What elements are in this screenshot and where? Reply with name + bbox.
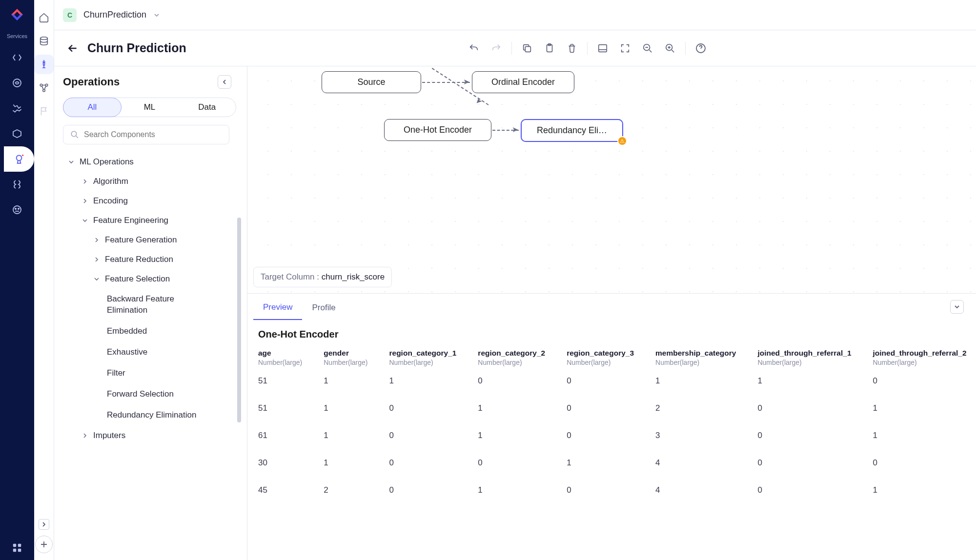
arrow-icon: ➤ <box>463 77 469 86</box>
node-redundancy[interactable]: Redundancy Eli…⚠ <box>521 119 623 142</box>
tree-ml-operations[interactable]: ML Operations <box>63 152 238 172</box>
column-header[interactable]: region_category_3Number(large) <box>556 345 645 367</box>
svg-point-4 <box>13 206 21 214</box>
column-header[interactable]: genderNumber(large) <box>313 345 378 367</box>
arrow-icon: ➤ <box>512 125 518 134</box>
page-title: Churn Prediction <box>87 41 186 55</box>
search-input-wrapper[interactable] <box>63 125 229 144</box>
vnav-flag[interactable] <box>34 101 54 121</box>
copy-icon[interactable] <box>520 41 534 56</box>
tree-feature-generation[interactable]: Feature Generation <box>63 230 238 250</box>
fullscreen-icon[interactable] <box>618 41 632 56</box>
rail-item-5-active[interactable] <box>4 146 34 172</box>
target-column-chip: Target Column : churn_risk_score <box>253 267 392 287</box>
tree-filter[interactable]: Filter <box>63 363 214 384</box>
top-bar: C ChurnPrediction Deploy to Production <box>54 0 976 30</box>
node-ordinal[interactable]: Ordinal Encoder <box>472 71 574 93</box>
project-badge: C <box>63 8 77 22</box>
svg-point-13 <box>45 84 48 86</box>
svg-point-11 <box>41 37 48 40</box>
segment-data[interactable]: Data <box>178 98 236 117</box>
rail-grid-icon[interactable] <box>12 542 22 553</box>
title-row: Churn Prediction Save Save & Close E <box>54 30 976 66</box>
vnav-add-button[interactable] <box>35 536 53 553</box>
svg-point-5 <box>15 208 16 209</box>
svg-rect-9 <box>13 549 16 552</box>
svg-rect-10 <box>18 549 21 552</box>
vnav-home[interactable] <box>34 8 54 27</box>
rail-item-3[interactable] <box>4 96 30 121</box>
column-header[interactable]: ageNumber(large) <box>247 345 313 367</box>
preview-table[interactable]: ageNumber(large)genderNumber(large)regio… <box>247 345 976 560</box>
node-source[interactable]: Source <box>322 71 421 93</box>
rail-item-2[interactable] <box>4 70 30 96</box>
project-dropdown-icon[interactable] <box>153 12 160 19</box>
table-row: 511010201 <box>247 395 976 422</box>
warning-badge-icon: ⚠ <box>617 136 627 146</box>
tree-feature-selection[interactable]: Feature Selection <box>63 269 238 289</box>
delete-icon[interactable] <box>565 41 579 56</box>
segment-ml[interactable]: ML <box>121 98 179 117</box>
svg-point-25 <box>71 131 77 137</box>
svg-rect-8 <box>18 544 21 547</box>
tree-forward[interactable]: Forward Selection <box>63 384 214 405</box>
node-onehot[interactable]: One-Hot Encoder <box>384 119 491 141</box>
redo-icon[interactable] <box>489 41 504 56</box>
brand-logo <box>8 6 26 23</box>
tree-algorithm[interactable]: Algorithm <box>63 172 238 191</box>
vnav-data[interactable] <box>34 31 54 51</box>
search-input[interactable] <box>84 130 222 139</box>
project-name[interactable]: ChurnPrediction <box>83 10 146 20</box>
svg-point-12 <box>40 84 42 86</box>
table-row: 301001400 <box>247 449 976 477</box>
tree-redundancy[interactable]: Redundancy Elimination <box>63 405 214 426</box>
vnav-graph[interactable] <box>34 78 54 98</box>
zoom-out-icon[interactable] <box>640 41 655 56</box>
tree-exhaustive[interactable]: Exhaustive <box>63 342 214 363</box>
undo-icon[interactable] <box>467 41 481 56</box>
svg-point-6 <box>18 208 19 209</box>
tree-embedded[interactable]: Embedded <box>63 321 214 342</box>
svg-rect-18 <box>525 46 530 52</box>
app-rail: Services <box>0 0 34 560</box>
tree-feature-engineering[interactable]: Feature Engineering <box>63 211 238 230</box>
info-icon[interactable] <box>693 41 708 56</box>
expand-preview-button[interactable] <box>950 300 964 314</box>
ops-scrollbar[interactable] <box>237 154 241 560</box>
svg-marker-1 <box>13 130 21 138</box>
column-header[interactable]: joined_through_referral_2Number(large) <box>862 345 976 367</box>
svg-point-2 <box>17 155 22 160</box>
table-row: 452010401 <box>247 477 976 504</box>
back-arrow-icon[interactable] <box>66 41 80 55</box>
segment-all[interactable]: All <box>63 98 122 117</box>
table-row: 511100110 <box>247 367 976 395</box>
tree-bfe[interactable]: Backward Feature Elimination <box>63 289 214 321</box>
tree-imputers[interactable]: Imputers <box>63 426 238 445</box>
tree-encoding[interactable]: Encoding <box>63 191 238 211</box>
column-header[interactable]: region_category_1Number(large) <box>379 345 468 367</box>
tree-feature-reduction[interactable]: Feature Reduction <box>63 250 238 269</box>
rail-item-6[interactable] <box>4 172 30 197</box>
layout-icon[interactable] <box>595 41 610 56</box>
column-header[interactable]: joined_through_referral_1Number(large) <box>747 345 862 367</box>
svg-rect-21 <box>599 44 607 52</box>
rail-item-1[interactable] <box>4 45 30 70</box>
vnav-pipeline[interactable] <box>34 55 54 74</box>
rail-item-7[interactable] <box>4 197 30 222</box>
svg-rect-7 <box>13 544 16 547</box>
tab-preview[interactable]: Preview <box>253 294 302 320</box>
column-header[interactable]: membership_categoryNumber(large) <box>645 345 747 367</box>
column-header[interactable]: region_category_2Number(large) <box>467 345 556 367</box>
secondary-nav <box>34 0 54 560</box>
operations-tree: ML Operations Algorithm Encoding Feature… <box>63 152 247 560</box>
vnav-expand[interactable] <box>39 519 49 530</box>
operations-title: Operations <box>63 76 120 88</box>
collapse-panel-button[interactable] <box>218 75 231 89</box>
paste-icon[interactable] <box>542 41 557 56</box>
zoom-in-icon[interactable] <box>663 41 677 56</box>
pipeline-canvas[interactable]: Source Ordinal Encoder One-Hot Encoder R… <box>247 66 976 293</box>
tab-profile[interactable]: Profile <box>302 294 345 320</box>
rail-label: Services <box>7 33 27 39</box>
operations-panel: Operations All ML Data ML Operations Alg… <box>54 66 247 560</box>
rail-item-4[interactable] <box>4 121 30 146</box>
